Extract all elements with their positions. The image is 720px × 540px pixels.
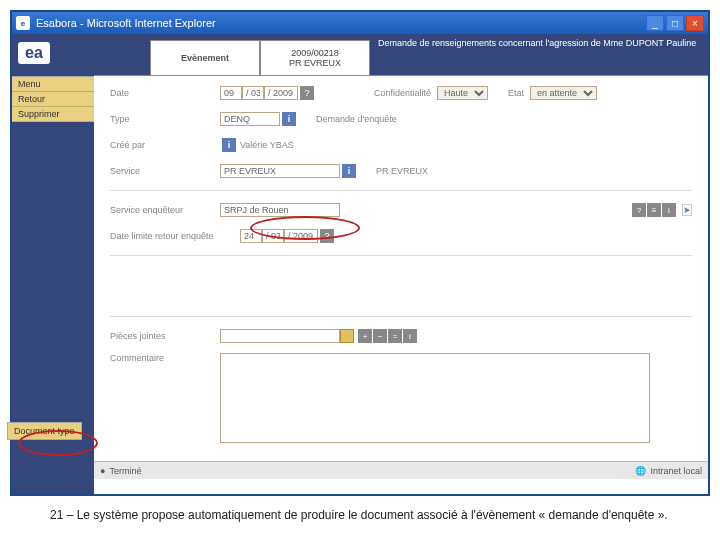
etat-select[interactable]: en attente xyxy=(530,86,597,100)
date-limit-help-icon[interactable]: ? xyxy=(320,229,334,243)
date-limit-month-input[interactable] xyxy=(262,229,284,243)
tab-description: Demande de renseignements concernant l'a… xyxy=(370,34,708,75)
close-button[interactable]: × xyxy=(686,15,704,31)
date-year-input[interactable] xyxy=(264,86,298,100)
info-icon[interactable]: i xyxy=(662,203,676,217)
comment-label: Commentaire xyxy=(110,353,220,363)
minus-icon[interactable]: − xyxy=(373,329,387,343)
sidebar-item-supprimer[interactable]: Supprimer xyxy=(12,107,94,122)
list-icon[interactable]: ≡ xyxy=(647,203,661,217)
window-title: Esabora - Microsoft Internet Explorer xyxy=(36,17,646,29)
tab-reference[interactable]: 2009/00218 PR EVREUX xyxy=(260,40,370,75)
window-titlebar: e Esabora - Microsoft Internet Explorer … xyxy=(12,12,708,34)
date-help-icon[interactable]: ? xyxy=(300,86,314,100)
etat-label: Etat xyxy=(508,88,524,98)
tab-label: Evènement xyxy=(181,53,229,63)
sidebar: ea Menu Retour Supprimer Document type xyxy=(12,34,94,494)
type-info-icon[interactable]: i xyxy=(282,112,296,126)
createdby-label: Créé par xyxy=(110,140,220,150)
status-bar: ● Terminé 🌐 Intranet local xyxy=(94,461,708,479)
service-label: Service xyxy=(110,166,220,176)
date-month-input[interactable] xyxy=(242,86,264,100)
plus-icon[interactable]: + xyxy=(358,329,372,343)
pieces-label: Pièces jointes xyxy=(110,331,220,341)
type-input[interactable] xyxy=(220,112,280,126)
service-desc: PR EVREUX xyxy=(376,166,428,176)
service-enq-label: Service enquêteur xyxy=(110,205,220,215)
content-area: Evènement 2009/00218 PR EVREUX Demande d… xyxy=(94,34,708,494)
send-icon[interactable]: ➤ xyxy=(682,204,692,216)
done-icon: ● xyxy=(100,466,105,476)
app-logo: ea xyxy=(18,42,50,64)
pieces-actions: + − = i xyxy=(358,329,417,343)
tab-evenement[interactable]: Evènement xyxy=(150,40,260,75)
date-limit-year-input[interactable] xyxy=(284,229,318,243)
pieces-input[interactable] xyxy=(220,329,340,343)
status-zone: 🌐 Intranet local xyxy=(635,466,702,476)
zone-label: Intranet local xyxy=(650,466,702,476)
service-enq-actions: ? ≡ i xyxy=(632,203,676,217)
type-label: Type xyxy=(110,114,220,124)
info2-icon[interactable]: i xyxy=(403,329,417,343)
help-icon[interactable]: ? xyxy=(632,203,646,217)
status-done: ● Terminé xyxy=(100,466,141,476)
minimize-button[interactable]: _ xyxy=(646,15,664,31)
date-label: Date xyxy=(110,88,220,98)
tab-sub: PR EVREUX xyxy=(289,58,341,68)
createdby-value: Valérie YBAS xyxy=(240,140,294,150)
document-type-button[interactable]: Document type xyxy=(7,422,82,440)
service-enq-input[interactable] xyxy=(220,203,340,217)
service-info-icon[interactable]: i xyxy=(342,164,356,178)
date-day-input[interactable] xyxy=(220,86,242,100)
menu-header: Menu xyxy=(12,76,94,92)
conf-select[interactable]: Haute xyxy=(437,86,488,100)
done-label: Terminé xyxy=(109,466,141,476)
createdby-info-icon[interactable]: i xyxy=(222,138,236,152)
type-desc: Demande d'enquête xyxy=(316,114,397,124)
divider xyxy=(110,190,692,191)
eq-icon[interactable]: = xyxy=(388,329,402,343)
tab-ref: 2009/00218 xyxy=(291,48,339,58)
folder-icon[interactable] xyxy=(340,329,354,343)
date-limit-label: Date limite retour enquête xyxy=(110,231,240,241)
caption-text: 21 – Le système propose automatiquement … xyxy=(50,508,670,522)
tab-bar: Evènement 2009/00218 PR EVREUX Demande d… xyxy=(94,34,708,76)
app-icon: e xyxy=(16,16,30,30)
maximize-button[interactable]: □ xyxy=(666,15,684,31)
comment-textarea[interactable] xyxy=(220,353,650,443)
form-panel: Date ? Confidentialité Haute Etat en att… xyxy=(94,76,708,461)
divider xyxy=(110,316,692,317)
service-input[interactable] xyxy=(220,164,340,178)
zone-icon: 🌐 xyxy=(635,466,646,476)
conf-label: Confidentialité xyxy=(374,88,431,98)
date-limit-day-input[interactable] xyxy=(240,229,262,243)
divider xyxy=(110,255,692,256)
sidebar-item-retour[interactable]: Retour xyxy=(12,92,94,107)
